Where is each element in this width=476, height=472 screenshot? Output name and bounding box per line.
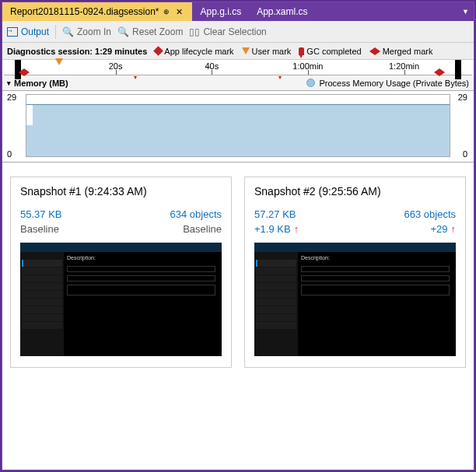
pin-icon[interactable]: ⊕ <box>163 8 170 16</box>
legend-label: Process Memory Usage (Private Bytes) <box>319 79 469 88</box>
snapshot-objects-delta[interactable]: +29↑ <box>430 223 456 235</box>
y-axis-max: 29 <box>7 93 16 102</box>
clear-selection-button[interactable]: ▯▯Clear Selection <box>189 26 266 37</box>
output-label: Output <box>21 26 49 37</box>
snapshot-size-delta[interactable]: +1.9 KB↑ <box>254 223 299 235</box>
tab-bar: Report20181115-0924.diagsession* ⊕ ✕ App… <box>2 2 474 21</box>
series-dot-icon <box>306 79 315 87</box>
diamond-icon <box>153 46 163 56</box>
tab-appxamlcs[interactable]: App.xaml.cs <box>249 2 315 21</box>
snapshot-thumbnail: Description: <box>254 243 456 356</box>
merged-icon <box>369 47 380 55</box>
session-label: Diagnostics session: 1:29 minutes <box>7 47 147 56</box>
tab-appgics[interactable]: App.g.i.cs <box>192 2 249 21</box>
snapshot-size-link[interactable]: 55.37 KB <box>20 208 62 220</box>
toolbar: Output 🔍Zoom In 🔍Reset Zoom ▯▯Clear Sele… <box>2 21 474 43</box>
y-axis-min-right: 0 <box>463 149 467 159</box>
gc-mark-legend: GC completed <box>299 47 361 56</box>
snapshots-panel: Snapshot #1 (9:24:33 AM) 55.37 KB 634 ob… <box>2 163 474 382</box>
chart-plot-area <box>26 94 450 157</box>
pin-icon <box>299 47 304 55</box>
tab-label: App.xaml.cs <box>257 6 307 17</box>
session-bar: Diagnostics session: 1:29 minutes App li… <box>2 43 474 60</box>
snapshot-card-1[interactable]: Snapshot #1 (9:24:33 AM) 55.37 KB 634 ob… <box>10 177 232 368</box>
separator <box>55 25 56 39</box>
snapshot-title: Snapshot #2 (9:25:56 AM) <box>254 185 456 198</box>
y-axis-max-right: 29 <box>458 93 467 102</box>
snapshot-size-link[interactable]: 57.27 KB <box>254 208 296 220</box>
collapse-icon[interactable]: ▾ <box>7 79 11 87</box>
zoom-in-button[interactable]: 🔍Zoom In <box>62 26 111 37</box>
arrow-up-icon: ↑ <box>451 223 457 235</box>
snapshot-card-2[interactable]: Snapshot #2 (9:25:56 AM) 57.27 KB 663 ob… <box>244 177 466 368</box>
tab-label: App.g.i.cs <box>200 6 241 17</box>
memory-chart[interactable]: 29 0 29 0 <box>2 91 474 163</box>
snapshot-title: Snapshot #1 (9:24:33 AM) <box>20 185 222 198</box>
reset-zoom-label: Reset Zoom <box>132 26 183 37</box>
tab-overflow-icon[interactable]: ▼ <box>462 8 469 16</box>
reset-zoom-button[interactable]: 🔍Reset Zoom <box>117 26 183 37</box>
arrow-up-icon: ↑ <box>294 223 299 235</box>
snapshot-objects-link[interactable]: 634 objects <box>170 208 222 220</box>
clear-selection-icon: ▯▯ <box>189 26 200 37</box>
y-axis-min: 0 <box>7 149 12 159</box>
triangle-icon <box>242 47 250 54</box>
zoom-in-icon: 🔍 <box>62 26 74 37</box>
close-icon[interactable]: ✕ <box>174 7 184 17</box>
time-ruler[interactable]: 20s 40s 1:00min 1:20min <box>4 60 472 75</box>
chart-header: ▾Memory (MB) Process Memory Usage (Priva… <box>2 75 474 91</box>
snapshot-baseline-left: Baseline <box>20 223 59 235</box>
tab-report[interactable]: Report20181115-0924.diagsession* ⊕ ✕ <box>2 2 192 21</box>
merged-mark-legend: Merged mark <box>369 47 433 56</box>
output-icon <box>7 27 18 37</box>
lifecycle-mark-legend: App lifecycle mark <box>155 47 233 56</box>
user-mark-legend: User mark <box>242 47 292 56</box>
snapshot-thumbnail: Description: <box>20 243 222 356</box>
chart-title: Memory (MB) <box>14 79 68 88</box>
snapshot-baseline-right: Baseline <box>183 223 222 235</box>
output-button[interactable]: Output <box>7 26 49 37</box>
snapshot-objects-link[interactable]: 663 objects <box>404 208 457 220</box>
clear-selection-label: Clear Selection <box>203 26 266 37</box>
tab-label: Report20181115-0924.diagsession* <box>10 6 159 17</box>
reset-zoom-icon: 🔍 <box>117 26 129 37</box>
zoom-in-label: Zoom In <box>77 26 111 37</box>
